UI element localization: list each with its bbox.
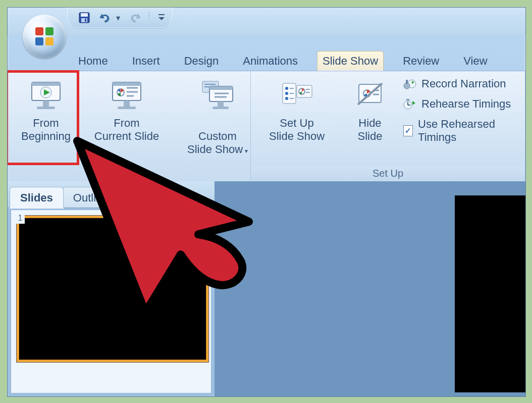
dropdown-caret-icon: ▾	[245, 147, 248, 155]
setup-options: Record Narration Rehearse Timings	[400, 74, 522, 144]
tab-view[interactable]: View	[458, 52, 492, 71]
svg-rect-1	[81, 13, 88, 17]
tab-insert[interactable]: Insert	[127, 52, 165, 71]
svg-rect-2	[81, 18, 87, 22]
from-beginning-button[interactable]: From Beginning	[11, 74, 81, 145]
svg-rect-13	[37, 107, 55, 109]
custom-slide-show-button[interactable]: Custom Slide Show▾	[172, 74, 263, 160]
svg-rect-10	[32, 82, 60, 86]
quick-access-toolbar: ▾	[67, 8, 173, 28]
svg-rect-30	[212, 107, 229, 109]
set-up-slide-show-icon	[279, 77, 315, 114]
tab-home[interactable]: Home	[73, 52, 113, 71]
slide-thumbnail-1[interactable]: 1	[16, 215, 209, 363]
group-label-setup: Set Up	[251, 167, 525, 180]
svg-rect-53	[406, 99, 409, 100]
checkbox-icon: ✓	[403, 125, 413, 136]
record-narration-button[interactable]: Record Narration	[403, 77, 519, 90]
svg-rect-20	[124, 100, 130, 107]
slide-thumbnail-number: 1	[16, 214, 25, 224]
sidebar-tab-slides[interactable]: Slides	[10, 187, 64, 208]
svg-rect-3	[85, 19, 86, 22]
use-rehearsed-timings-label: Use Rehearsed Timings	[418, 118, 519, 144]
redo-icon	[128, 12, 141, 23]
record-narration-label: Record Narration	[421, 77, 506, 90]
svg-rect-7	[35, 37, 43, 45]
from-current-slide-label: From Current Slide	[94, 117, 159, 143]
slide-canvas[interactable]	[455, 195, 525, 392]
svg-rect-26	[209, 86, 233, 90]
svg-rect-5	[35, 27, 43, 35]
set-up-slide-show-button[interactable]: Set Up Slide Show	[254, 74, 340, 145]
use-rehearsed-timings-checkbox[interactable]: ✓ Use Rehearsed Timings	[403, 118, 519, 144]
hide-slide-button[interactable]: Hide Slide	[340, 74, 400, 145]
svg-point-32	[285, 87, 288, 90]
sidebar-tab-outline[interactable]: Outline	[63, 187, 119, 208]
rehearse-timings-icon	[403, 98, 416, 110]
tab-design[interactable]: Design	[179, 52, 224, 71]
office-button[interactable]	[23, 15, 66, 58]
tab-review[interactable]: Review	[398, 52, 444, 71]
save-icon	[78, 12, 90, 24]
undo-button[interactable]	[98, 11, 113, 25]
svg-point-34	[285, 97, 288, 100]
set-up-slide-show-label: Set Up Slide Show	[269, 117, 325, 143]
record-narration-icon	[403, 78, 416, 90]
save-button[interactable]	[77, 11, 91, 25]
powerpoint-window: ▾	[7, 7, 526, 397]
slide-thumbnail-strip: 1	[11, 210, 211, 393]
customize-qat-button[interactable]	[156, 11, 167, 25]
ribbon-group-start: From Beginning	[8, 71, 251, 181]
hide-slide-icon	[352, 77, 388, 114]
sidebar-tabs: Slides Outline	[8, 181, 215, 208]
from-beginning-icon	[28, 77, 64, 114]
redo-button[interactable]	[128, 11, 142, 25]
slides-sidebar: Slides Outline 1	[8, 181, 215, 396]
svg-point-33	[285, 92, 288, 95]
svg-rect-21	[118, 107, 136, 109]
undo-icon	[99, 12, 112, 23]
from-current-slide-icon	[109, 77, 145, 114]
from-current-slide-button[interactable]: From Current Slide	[81, 74, 172, 145]
rehearse-timings-button[interactable]: Rehearse Timings	[403, 97, 519, 111]
tab-slide-show[interactable]: Slide Show	[317, 51, 384, 71]
svg-rect-12	[43, 100, 49, 107]
svg-rect-6	[45, 27, 54, 35]
svg-rect-15	[113, 82, 141, 86]
svg-rect-4	[158, 14, 165, 15]
undo-dropdown[interactable]: ▾	[116, 11, 121, 25]
custom-slide-show-label: Custom Slide Show▾	[187, 117, 248, 158]
customize-qat-icon	[157, 13, 166, 22]
custom-slide-show-icon	[199, 77, 236, 114]
svg-rect-49	[406, 80, 408, 84]
svg-rect-31	[283, 83, 296, 104]
office-logo-icon	[33, 25, 56, 47]
lower-area: Slides Outline 1	[8, 181, 525, 396]
ribbon-tabs: Home Insert Design Animations Slide Show…	[8, 51, 525, 71]
ribbon-group-setup: Set Up Slide Show	[251, 71, 525, 181]
ribbon: From Beginning	[8, 71, 525, 182]
rehearse-timings-label: Rehearse Timings	[421, 97, 511, 111]
svg-rect-29	[218, 102, 224, 107]
hide-slide-label: Hide Slide	[358, 117, 383, 143]
from-beginning-label: From Beginning	[21, 117, 71, 143]
title-bar: ▾	[8, 8, 525, 35]
qat-separator	[149, 12, 149, 24]
svg-rect-8	[45, 37, 54, 45]
tab-animations[interactable]: Animations	[238, 52, 303, 71]
slide-editor[interactable]	[215, 181, 525, 396]
